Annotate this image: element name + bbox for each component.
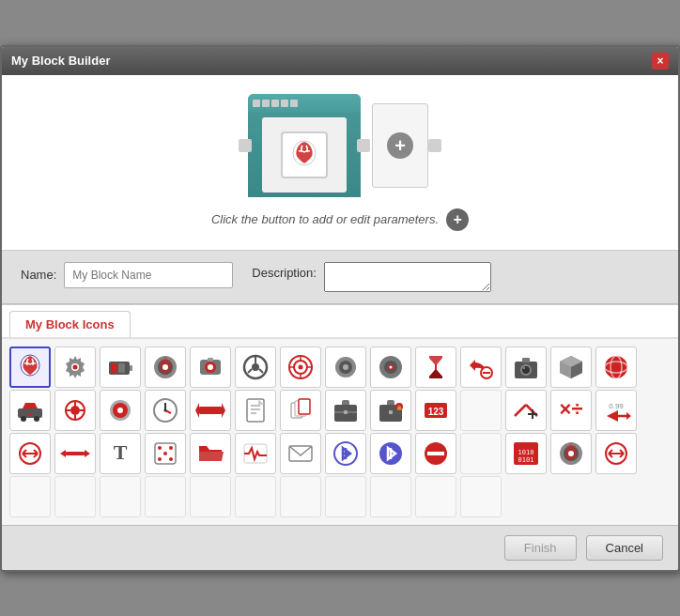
title-bar: My Block Builder × (2, 47, 678, 75)
svg-point-34 (390, 365, 393, 368)
far-right-connector (428, 139, 441, 152)
svg-point-11 (162, 364, 168, 370)
icon-cell-steering2[interactable] (100, 390, 141, 431)
svg-point-104 (158, 457, 162, 461)
svg-marker-98 (85, 450, 90, 457)
svg-point-101 (158, 446, 162, 450)
svg-text:123: 123 (428, 407, 444, 417)
icon-cell-speaker[interactable] (325, 346, 366, 388)
close-button[interactable]: × (652, 53, 669, 69)
block-top-bar (248, 94, 361, 113)
block-brain-icon (281, 131, 328, 178)
svg-text:0101: 0101 (518, 456, 534, 464)
svg-rect-48 (28, 414, 32, 416)
svg-rect-71 (299, 399, 310, 414)
svg-point-50 (70, 406, 80, 415)
block-add-circle[interactable]: + (387, 132, 413, 159)
block-preview: + (239, 94, 441, 197)
icon-cell-gear[interactable] (54, 346, 96, 388)
svg-text:0.99: 0.99 (609, 402, 624, 410)
svg-point-42 (605, 356, 627, 378)
svg-rect-38 (522, 358, 530, 362)
icon-cell-folder-open[interactable] (190, 433, 231, 474)
svg-rect-7 (111, 363, 117, 373)
icon-cell-compare2[interactable] (595, 433, 637, 474)
svg-point-40 (522, 366, 530, 374)
svg-point-61 (164, 408, 167, 411)
icon-cell-multiply[interactable]: ×÷ (550, 390, 592, 431)
form-area: Name: Description: (2, 251, 678, 304)
icon-cell-cube[interactable] (550, 346, 592, 388)
icon-cell-camera[interactable] (505, 346, 547, 388)
icon-cell-bluetooth2[interactable] (370, 433, 411, 474)
icon-cell-compare[interactable] (9, 433, 51, 474)
icon-cell-steering[interactable] (235, 346, 276, 388)
icon-cell-target[interactable] (280, 346, 321, 388)
icon-cell-crosshair[interactable] (54, 390, 96, 431)
brain-svg (287, 138, 321, 172)
icon-cell-clock[interactable] (145, 390, 186, 431)
svg-point-105 (169, 457, 173, 461)
icon-cell-document[interactable] (235, 390, 276, 431)
icon-cell-arrow-red[interactable] (190, 390, 231, 431)
svg-marker-63 (222, 403, 225, 418)
icon-cell-empty-8 (235, 476, 276, 517)
svg-rect-6 (130, 365, 132, 371)
icon-cell-empty-5 (100, 476, 141, 517)
block-tab-4 (281, 100, 288, 107)
icon-cell-disk[interactable] (370, 346, 411, 388)
icon-cell-123[interactable]: 123 (415, 390, 456, 431)
svg-point-46 (21, 416, 26, 422)
add-params-button[interactable]: + (446, 208, 469, 231)
icon-cell-bluetooth[interactable] (325, 433, 366, 474)
block-tab-5 (290, 100, 298, 107)
icons-tab-label[interactable]: My Block Icons (9, 311, 131, 337)
icon-cell-briefcase[interactable] (325, 390, 366, 431)
description-group: Description: (252, 262, 491, 292)
footer: Finish Cancel (2, 525, 678, 570)
icon-cell-binary[interactable]: 10100101 (505, 433, 547, 474)
svg-rect-62 (199, 407, 222, 414)
block-tab-1 (253, 100, 260, 107)
icon-cell-undo[interactable] (460, 346, 502, 388)
svg-point-30 (343, 364, 348, 370)
icon-cell-hourglass[interactable] (415, 346, 456, 388)
svg-marker-87 (607, 410, 618, 422)
cancel-button[interactable]: Cancel (586, 535, 663, 561)
svg-point-117 (568, 451, 574, 456)
finish-button[interactable]: Finish (504, 535, 577, 561)
icon-cell-empty-13 (460, 476, 502, 517)
name-input[interactable] (64, 262, 233, 288)
icon-cell-dice[interactable] (145, 433, 186, 474)
icon-cell-empty-1 (460, 390, 502, 431)
right-connector (357, 139, 370, 152)
svg-rect-15 (208, 358, 213, 362)
svg-rect-8 (118, 363, 125, 373)
icon-cell-math[interactable] (505, 390, 547, 431)
description-input[interactable] (324, 262, 491, 292)
icon-cell-brain[interactable] (9, 346, 51, 388)
icon-cell-sphere[interactable] (595, 346, 637, 388)
icon-cell-empty-11 (370, 476, 411, 517)
icon-cell-empty-3 (9, 476, 51, 517)
icon-cell-text[interactable]: T (100, 433, 141, 474)
icon-cell-empty-10 (325, 476, 366, 517)
icon-cell-arrow-num[interactable]: 0.99 (595, 390, 637, 431)
svg-point-102 (169, 446, 173, 450)
svg-marker-97 (60, 450, 66, 457)
icon-cell-motor[interactable] (145, 346, 186, 388)
icon-cell-empty-2 (460, 433, 502, 474)
icon-cell-no-entry[interactable] (415, 433, 456, 474)
icon-cell-servo[interactable] (190, 346, 231, 388)
main-window: My Block Builder × (0, 45, 680, 572)
icon-cell-files[interactable] (280, 390, 321, 431)
icon-cell-heartbeat[interactable] (235, 433, 276, 474)
icon-cell-car[interactable] (9, 390, 51, 431)
icon-cell-envelope[interactable] (280, 433, 321, 474)
icon-cell-briefcase-lock[interactable]: 🔒 (370, 390, 411, 431)
icon-cell-motor2[interactable] (550, 433, 592, 474)
svg-line-20 (259, 369, 263, 373)
icon-cell-arrows-horiz[interactable] (54, 433, 96, 474)
icon-cell-battery[interactable] (100, 346, 141, 388)
icon-cell-empty-12 (415, 476, 456, 517)
